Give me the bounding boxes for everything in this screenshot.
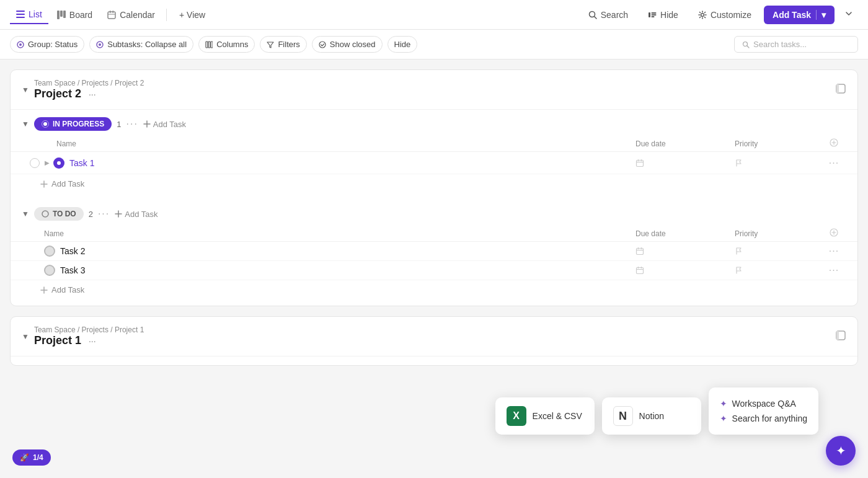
task-expand-1[interactable]: ▶ bbox=[45, 159, 50, 166]
status-todo-more[interactable]: ··· bbox=[98, 208, 110, 219]
calendar-icon bbox=[624, 158, 632, 166]
ws-search-item[interactable]: ✦ Search for anything bbox=[720, 411, 807, 426]
status-todo-add[interactable]: Add Task bbox=[115, 210, 157, 219]
col-header-add-2[interactable] bbox=[822, 228, 846, 239]
task-status-2 bbox=[44, 246, 55, 257]
svg-line-26 bbox=[747, 45, 750, 48]
task-edit-btn[interactable] bbox=[602, 156, 617, 170]
status-badge-todo[interactable]: TO DO bbox=[34, 207, 84, 221]
task-row-3[interactable]: Task 3 ··· bbox=[11, 261, 857, 280]
list-icon bbox=[16, 10, 25, 19]
group-status-btn[interactable]: Group: Status bbox=[10, 36, 84, 53]
svg-rect-2 bbox=[16, 17, 25, 18]
svg-point-16 bbox=[701, 13, 704, 16]
columns-btn[interactable]: Columns bbox=[198, 36, 255, 53]
task-3-more[interactable]: ··· bbox=[822, 265, 846, 276]
svg-rect-23 bbox=[211, 42, 213, 48]
svg-rect-13 bbox=[652, 12, 657, 14]
nav-list[interactable]: List bbox=[10, 6, 48, 24]
task-2-more[interactable]: ··· bbox=[822, 246, 846, 257]
add-task-dropdown-arrow[interactable]: ▾ bbox=[816, 10, 826, 20]
notion-card[interactable]: N Notion bbox=[602, 397, 701, 435]
floating-cards: X Excel & CSV N Notion ✦ Workspace Q&A ✦… bbox=[495, 387, 818, 435]
ai-fab-button[interactable]: ✦ bbox=[826, 436, 856, 466]
svg-rect-15 bbox=[652, 16, 655, 17]
check-circle-icon bbox=[319, 41, 326, 48]
status-badge-in-progress[interactable]: IN PROGRESS bbox=[34, 117, 112, 131]
nav-right: Search Hide Customize Add Task ▾ bbox=[581, 6, 858, 24]
task-row-1[interactable]: ⠿ ▶ Task 1 + bbox=[11, 152, 857, 174]
project-2-chevron[interactable]: ▼ bbox=[22, 86, 29, 94]
sparkle-icon: ✦ bbox=[720, 399, 727, 409]
search-btn[interactable]: Search bbox=[581, 6, 636, 24]
task-row-2[interactable]: Task 2 ··· bbox=[11, 242, 857, 261]
nav-board[interactable]: Board bbox=[51, 6, 99, 24]
task-checkbox-1[interactable] bbox=[30, 158, 40, 168]
add-task-in-progress[interactable]: Add Task bbox=[11, 174, 857, 195]
project-card-2: ▼ Team Space / Projects / Project 2 Proj… bbox=[10, 69, 858, 306]
search-icon bbox=[588, 11, 597, 19]
toolbar-hide-btn[interactable]: Hide bbox=[388, 36, 418, 53]
search-tasks-input[interactable]: Search tasks... bbox=[734, 36, 858, 53]
in-progress-dot-icon bbox=[56, 161, 61, 166]
hide-icon bbox=[648, 11, 657, 19]
subtasks-btn[interactable]: Subtasks: Collapse all bbox=[89, 36, 193, 53]
in-progress-circle-icon bbox=[42, 120, 49, 128]
project-1-more[interactable]: ··· bbox=[89, 336, 96, 346]
group-icon bbox=[17, 41, 24, 48]
excel-card[interactable]: X Excel & CSV bbox=[495, 397, 595, 435]
project-1-chevron[interactable]: ▼ bbox=[22, 332, 29, 341]
project-2-more[interactable]: ··· bbox=[89, 89, 96, 99]
add-task-todo[interactable]: Add Task bbox=[11, 280, 857, 301]
svg-point-24 bbox=[319, 42, 326, 48]
flag-icon bbox=[735, 159, 743, 167]
svg-point-37 bbox=[589, 160, 590, 161]
svg-rect-38 bbox=[625, 159, 631, 165]
customize-btn[interactable]: Customize bbox=[691, 6, 759, 24]
sparkle-search-icon: ✦ bbox=[720, 414, 727, 423]
tag-icon bbox=[587, 158, 595, 166]
nav-more-btn[interactable] bbox=[839, 6, 858, 24]
collapse-panel-icon bbox=[835, 83, 846, 94]
plus-todo-icon bbox=[115, 210, 122, 218]
rocket-icon: 🚀 bbox=[20, 453, 29, 462]
task-3-priority bbox=[735, 266, 822, 275]
nav-calendar[interactable]: Calendar bbox=[101, 6, 161, 24]
board-icon bbox=[57, 11, 66, 19]
hide-btn[interactable]: Hide bbox=[640, 6, 686, 24]
svg-rect-9 bbox=[108, 14, 115, 14]
project-1-collapse[interactable] bbox=[835, 330, 846, 343]
show-closed-btn[interactable]: Show closed bbox=[312, 36, 383, 53]
task-tag-btn[interactable] bbox=[583, 156, 598, 170]
calendar-due-icon bbox=[636, 159, 644, 167]
workspace-card: ✦ Workspace Q&A ✦ Search for anything bbox=[709, 387, 818, 435]
rocket-badge[interactable]: 🚀 1/4 bbox=[12, 449, 51, 466]
status-in-progress-chevron[interactable]: ▼ bbox=[22, 120, 29, 128]
task-1-more[interactable]: ··· bbox=[822, 157, 846, 169]
add-task-button[interactable]: Add Task ▾ bbox=[764, 6, 835, 24]
project-2-header: ▼ Team Space / Projects / Project 2 Proj… bbox=[11, 70, 857, 110]
col-header-add-1[interactable] bbox=[822, 138, 846, 149]
svg-rect-4 bbox=[60, 11, 63, 17]
ws-qa-item[interactable]: ✦ Workspace Q&A bbox=[720, 396, 807, 411]
svg-point-18 bbox=[19, 43, 22, 46]
status-in-progress-more[interactable]: ··· bbox=[126, 118, 138, 130]
flag-2-icon bbox=[735, 247, 743, 255]
status-todo-chevron[interactable]: ▼ bbox=[22, 210, 29, 218]
svg-point-20 bbox=[99, 43, 101, 46]
svg-line-11 bbox=[594, 16, 596, 19]
status-in-progress-header: ▼ IN PROGRESS 1 ··· Add Task bbox=[11, 110, 857, 136]
columns-icon bbox=[205, 41, 213, 48]
filters-btn[interactable]: Filters bbox=[260, 36, 306, 53]
svg-rect-12 bbox=[649, 12, 650, 17]
task-date-btn[interactable] bbox=[621, 156, 636, 170]
status-in-progress-add[interactable]: Add Task bbox=[143, 120, 186, 129]
svg-rect-54 bbox=[637, 249, 644, 255]
view-btn[interactable]: + View bbox=[172, 6, 213, 24]
project-2-collapse[interactable] bbox=[835, 83, 846, 96]
svg-rect-58 bbox=[637, 268, 644, 274]
calendar-due-2-icon bbox=[636, 247, 644, 255]
add-column-2-icon bbox=[830, 228, 838, 237]
col-header-priority-1: Priority bbox=[735, 139, 822, 148]
task-add-btn[interactable]: + bbox=[568, 156, 580, 170]
